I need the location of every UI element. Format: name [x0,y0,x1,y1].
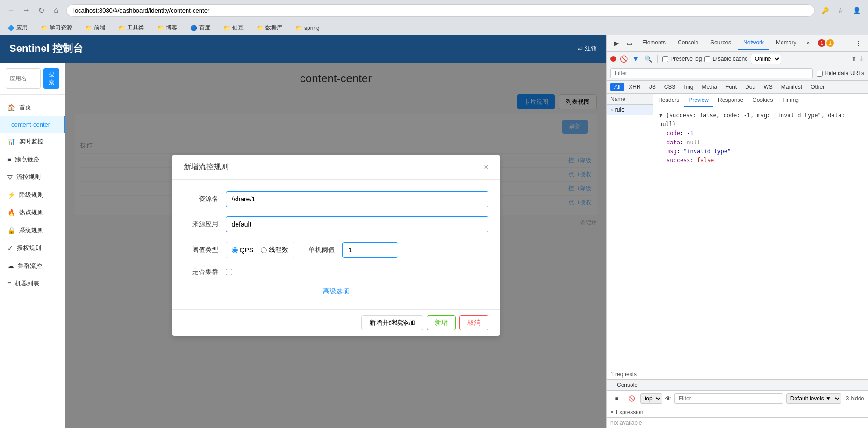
record-button[interactable] [610,56,616,62]
qps-radio-item[interactable]: QPS [232,246,254,254]
search-button[interactable]: 🔍 [643,54,653,64]
filter-button[interactable]: ▼ [631,54,640,64]
console-clear-button[interactable]: ■ [610,392,623,405]
import-button[interactable]: ⇧ [851,55,857,63]
advanced-link[interactable]: 高级选项 [184,285,488,298]
detail-tab-timing[interactable]: Timing [777,94,803,107]
add-continue-button[interactable]: 新增并继续添加 [361,315,423,330]
hide-data-urls-label[interactable]: Hide data URLs [817,70,864,77]
detail-tab-headers[interactable]: Headers [653,94,684,107]
console-levels-select[interactable]: Default levels ▼ [786,393,841,404]
bookmark-study[interactable]: 📁 学习资源 [38,23,75,33]
modal-close-button[interactable]: × [484,163,488,171]
type-font[interactable]: Font [722,83,740,91]
sidebar-item-realtime[interactable]: 📊 实时监控 [0,133,65,150]
console-tab-label[interactable]: Console [617,382,638,388]
sidebar-item-auth[interactable]: ✓ 授权规则 [0,239,65,257]
type-img[interactable]: Img [680,83,697,91]
type-manifest[interactable]: Manifest [777,83,806,91]
type-doc[interactable]: Doc [741,83,759,91]
network-throttle-select[interactable]: Online [751,54,781,64]
hide-data-urls-checkbox[interactable] [817,71,823,77]
expand-icon[interactable]: ▼ [659,112,662,119]
sidebar-item-cluster-link[interactable]: ≡ 簇点链路 [0,150,65,168]
console-stop-button[interactable]: 🚫 [625,392,638,405]
type-css[interactable]: CSS [660,83,680,91]
sidebar-item-cluster-flow[interactable]: ☁ 集群流控 [0,257,65,275]
detail-tab-response[interactable]: Response [713,94,748,107]
sidebar-item-home[interactable]: 🏠 首页 [0,99,65,116]
source-app-input[interactable] [226,216,488,232]
logout-button[interactable]: ↩ 注销 [578,44,597,53]
sidebar-item-machine-label: 机器列表 [15,279,39,288]
bookmark-db[interactable]: 📁 数据库 [254,23,285,33]
request-row-rule[interactable]: × rule [607,105,653,115]
disable-cache-checkbox[interactable] [704,56,710,62]
sidebar-item-flow-rule[interactable]: ▽ 流控规则 [0,168,65,186]
bookmark-frontend[interactable]: 📁 前端 [82,23,108,33]
home-button[interactable]: ⌂ [50,4,63,17]
forward-button[interactable]: → [20,4,33,17]
bookmark-tools[interactable]: 📁 工具类 [115,23,147,33]
sidebar-item-machine[interactable]: ≡ 机器列表 [0,275,65,292]
export-button[interactable]: ⇩ [859,55,864,63]
back-button[interactable]: ← [5,4,18,17]
type-media[interactable]: Media [698,83,721,91]
console-eye-button[interactable]: 👁 [665,395,672,402]
qps-radio[interactable] [232,247,238,253]
tab-sources[interactable]: Sources [705,36,737,50]
tab-memory[interactable]: Memory [770,36,802,50]
disable-cache-label[interactable]: Disable cache [704,56,747,62]
search-button[interactable]: 搜索 [43,68,59,89]
thread-radio-item[interactable]: 线程数 [261,246,288,254]
detail-tab-preview[interactable]: Preview [684,94,713,107]
warn-badge: 1 [826,39,834,47]
cluster-checkbox[interactable] [226,269,232,275]
sidebar-item-system[interactable]: 🔒 系统规则 [0,221,65,239]
stop-recording-button[interactable]: 🚫 [619,54,628,64]
devtools-menu-button[interactable]: ⋮ [852,37,864,49]
qps-label: QPS [240,246,254,254]
tab-network[interactable]: Network [738,36,769,50]
preserve-log-checkbox[interactable] [662,56,668,62]
json-code-line: code: -1 [667,129,862,138]
bookmark-apps[interactable]: 🔷 应用 [5,23,30,33]
type-other[interactable]: Other [807,83,828,91]
type-js[interactable]: JS [646,83,660,91]
tab-elements[interactable]: Elements [637,36,671,50]
type-ws[interactable]: WS [760,83,776,91]
bookmark-baidu[interactable]: 🔵 百度 [187,23,213,33]
bookmark-spring[interactable]: 📁 spring [293,24,323,32]
type-filter-bar: All XHR JS CSS Img Media Font Doc WS Man… [607,81,868,93]
reload-button[interactable]: ↻ [35,4,48,17]
preserve-log-label[interactable]: Preserve log [662,56,702,62]
thread-radio[interactable] [261,247,267,253]
more-tabs-button[interactable]: » [803,37,813,49]
device-toolbar-button[interactable]: ▭ [624,37,636,49]
console-filter-input[interactable] [674,393,783,404]
cancel-button[interactable]: 取消 [459,315,488,330]
star-icon[interactable]: ☆ [834,4,847,17]
add-button[interactable]: 新增 [427,315,456,330]
sidebar-item-content-center[interactable]: content-center [0,116,65,133]
type-all[interactable]: All [610,83,624,91]
detail-tab-cookies[interactable]: Cookies [748,94,777,107]
single-threshold-input[interactable] [342,242,398,258]
network-filter-input[interactable] [610,68,813,78]
app-name-input[interactable] [6,68,41,89]
address-bar[interactable]: localhost:8080/#/dashboard/identity/cont… [66,4,815,17]
bookmark-xiandou-label: 仙豆 [232,24,244,32]
import-export-buttons: ⇧ ⇩ [851,55,864,63]
type-xhr[interactable]: XHR [625,83,644,91]
resource-name-input[interactable] [226,191,488,207]
bookmark-xiandou[interactable]: 📁 仙豆 [221,23,246,33]
inspect-element-button[interactable]: ▶ [610,37,623,49]
tab-console[interactable]: Console [672,36,704,50]
bookmark-frontend-label: 前端 [94,24,105,32]
sidebar-item-hotspot[interactable]: 🔥 热点规则 [0,204,65,221]
console-context-select[interactable]: top [640,393,662,404]
user-icon[interactable]: 👤 [850,4,863,17]
sidebar-item-degrade[interactable]: ⚡ 降级规则 [0,186,65,204]
key-icon[interactable]: 🔑 [818,4,832,17]
bookmark-blog[interactable]: 📁 博客 [154,23,180,33]
